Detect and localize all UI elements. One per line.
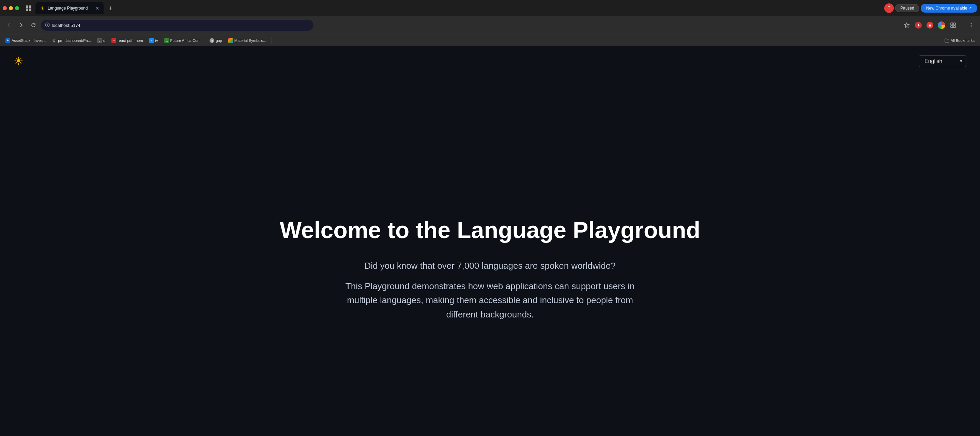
hero-subtitle: Did you know that over 7,000 languages a… bbox=[364, 259, 616, 272]
url-text: localhost:5174 bbox=[52, 23, 80, 28]
page-content: ☀ English Spanish French German Chinese … bbox=[0, 46, 980, 436]
bookmark-gap-label: gap bbox=[216, 38, 222, 43]
url-bar[interactable]: ℹ localhost:5174 bbox=[41, 20, 313, 31]
svg-rect-1 bbox=[29, 5, 31, 8]
bookmark-material-symbols-label: Material Symbols... bbox=[234, 38, 266, 43]
bookmark-assetstack-label: AssetStack - Inves... bbox=[11, 38, 46, 43]
bookmarks-folder-icon bbox=[945, 38, 949, 43]
paused-label: Paused bbox=[900, 6, 914, 11]
page-title: Welcome to the Language Playground bbox=[280, 217, 700, 243]
svg-rect-8 bbox=[951, 25, 953, 28]
bookmark-github-favicon: ⊙ bbox=[52, 38, 57, 43]
bookmarks-divider bbox=[272, 37, 272, 44]
active-tab[interactable]: ☀ Language Playground ✕ bbox=[35, 2, 103, 14]
close-window-btn[interactable] bbox=[3, 6, 7, 10]
svg-point-10 bbox=[971, 23, 972, 24]
bookmark-future-africa-label: Future Africa Com... bbox=[170, 38, 204, 43]
browser-chrome: ☀ Language Playground ✕ + T Paused New C… bbox=[0, 0, 980, 46]
svg-rect-2 bbox=[26, 8, 28, 11]
extensions-icon[interactable] bbox=[948, 21, 958, 30]
new-chrome-button[interactable]: New Chrome available ↗ bbox=[921, 4, 977, 13]
tab-bar-left: ☀ Language Playground ✕ + bbox=[3, 2, 883, 14]
security-icon: ℹ bbox=[45, 22, 50, 28]
svg-rect-9 bbox=[953, 25, 956, 28]
tab-title: Language Playground bbox=[48, 6, 88, 11]
bookmark-gap-favicon: g bbox=[210, 38, 214, 43]
bookmark-iv-favicon: ~ bbox=[149, 38, 154, 43]
svg-point-12 bbox=[971, 27, 972, 28]
page-header: ☀ English Spanish French German Chinese … bbox=[0, 46, 980, 76]
bookmark-react-pdf[interactable]: n react-pdf - npm bbox=[109, 37, 146, 44]
hero-description: This Playground demonstrates how web app… bbox=[337, 279, 643, 322]
bookmark-future-africa-favicon: △ bbox=[164, 38, 169, 43]
maximize-window-btn[interactable] bbox=[15, 6, 19, 10]
back-button[interactable] bbox=[4, 21, 14, 30]
new-tab-grid-icon[interactable] bbox=[23, 3, 34, 14]
tab-bar-right: T Paused New Chrome available ↗ bbox=[884, 3, 977, 13]
bookmark-assetstack-favicon: A bbox=[5, 38, 10, 43]
svg-text:ℹ: ℹ bbox=[47, 24, 48, 27]
theme-toggle-sun-icon[interactable]: ☀ bbox=[14, 54, 24, 67]
chrome-menu-icon[interactable] bbox=[966, 21, 976, 30]
address-bar: ℹ localhost:5174 ✦ ◉ bbox=[0, 16, 980, 34]
reload-button[interactable] bbox=[29, 21, 38, 30]
bookmark-star-icon[interactable] bbox=[902, 21, 912, 30]
svg-rect-7 bbox=[953, 23, 956, 25]
all-bookmarks-btn[interactable]: All Bookmarks bbox=[942, 37, 977, 44]
bookmark-future-africa[interactable]: △ Future Africa Com... bbox=[162, 37, 207, 44]
bookmark-iv[interactable]: ~ iv bbox=[146, 37, 161, 44]
all-bookmarks-label: All Bookmarks bbox=[951, 38, 975, 43]
svg-rect-3 bbox=[29, 8, 31, 11]
window-controls bbox=[3, 6, 19, 10]
bookmark-assetstack[interactable]: A AssetStack - Inves... bbox=[3, 37, 48, 44]
hero-section: Welcome to the Language Playground Did y… bbox=[266, 103, 714, 436]
bookmark-github-label: pm-dashboard/Pa... bbox=[58, 38, 91, 43]
bookmark-react-pdf-label: react-pdf - npm bbox=[118, 38, 143, 43]
bookmarks-bar: A AssetStack - Inves... ⊙ pm-dashboard/P… bbox=[0, 34, 980, 46]
paused-button[interactable]: Paused bbox=[895, 4, 920, 12]
language-selector-wrapper: English Spanish French German Chinese Ja… bbox=[919, 55, 966, 67]
tab-close-btn[interactable]: ✕ bbox=[95, 5, 100, 11]
perplexity-icon[interactable]: ✦ bbox=[913, 21, 923, 30]
bookmark-material-symbols-favicon bbox=[228, 38, 233, 43]
bookmark-d-label: d bbox=[103, 38, 105, 43]
bookmark-github[interactable]: ⊙ pm-dashboard/Pa... bbox=[49, 37, 94, 44]
svg-point-11 bbox=[971, 25, 972, 26]
bookmark-d[interactable]: d d bbox=[94, 37, 108, 44]
ad-block-icon[interactable]: ◉ bbox=[925, 21, 935, 30]
new-tab-btn[interactable]: + bbox=[105, 3, 116, 14]
tab-bar: ☀ Language Playground ✕ + T Paused New C… bbox=[0, 0, 980, 16]
minimize-window-btn[interactable] bbox=[9, 6, 13, 10]
tab-favicon: ☀ bbox=[40, 5, 45, 11]
bookmark-d-favicon: d bbox=[97, 38, 102, 43]
bookmark-react-pdf-favicon: n bbox=[111, 38, 116, 43]
language-selector[interactable]: English Spanish French German Chinese Ja… bbox=[919, 55, 966, 67]
bookmark-iv-label: iv bbox=[155, 38, 158, 43]
brightdata-icon[interactable] bbox=[937, 21, 946, 30]
forward-button[interactable] bbox=[16, 21, 26, 30]
svg-rect-6 bbox=[951, 23, 953, 25]
bookmark-gap[interactable]: g gap bbox=[207, 37, 224, 44]
bookmark-material-symbols[interactable]: Material Symbols... bbox=[226, 37, 269, 44]
svg-rect-0 bbox=[26, 5, 28, 8]
profile-icon[interactable]: T bbox=[884, 3, 894, 13]
toolbar-icons: ✦ ◉ bbox=[902, 21, 976, 30]
